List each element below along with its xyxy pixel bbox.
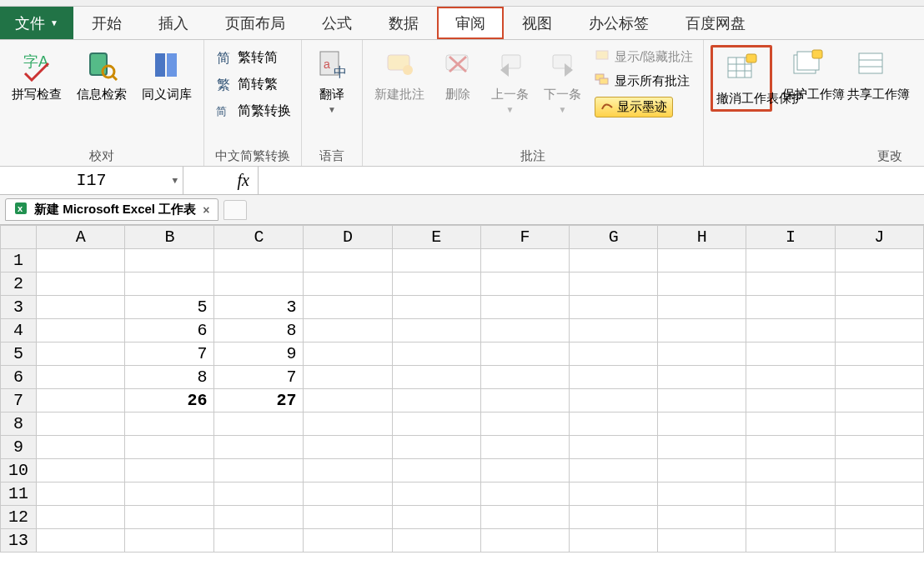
cell-I3[interactable] <box>746 296 835 319</box>
cell-C8[interactable] <box>214 412 304 436</box>
cell-F12[interactable] <box>480 506 569 529</box>
name-box[interactable]: I17 ▼ <box>0 167 183 194</box>
cell-H2[interactable] <box>658 272 746 296</box>
show-all-comments-button[interactable]: 显示所有批注 <box>591 71 696 92</box>
cell-F9[interactable] <box>480 436 569 459</box>
close-icon[interactable]: × <box>203 203 209 217</box>
cell-F6[interactable] <box>480 366 569 389</box>
cell-J2[interactable] <box>835 272 923 296</box>
cell-F10[interactable] <box>480 459 569 482</box>
new-comment-button[interactable]: 新建批注 <box>369 45 429 103</box>
new-tab-button[interactable] <box>223 200 247 220</box>
cell-D10[interactable] <box>304 459 392 482</box>
workbook-tab[interactable]: x 新建 Microsoft Excel 工作表 × <box>5 198 218 221</box>
row-header-8[interactable]: 8 <box>1 412 37 436</box>
cell-H4[interactable] <box>658 319 746 342</box>
cell-J12[interactable] <box>835 506 923 529</box>
cell-A3[interactable] <box>37 296 125 319</box>
cell-A11[interactable] <box>37 482 125 506</box>
row-header-9[interactable]: 9 <box>1 436 37 459</box>
cell-A7[interactable] <box>37 389 125 412</box>
cell-E10[interactable] <box>392 459 480 482</box>
cell-A6[interactable] <box>37 366 125 389</box>
cell-G12[interactable] <box>570 506 658 529</box>
cell-E11[interactable] <box>392 482 480 506</box>
cell-A12[interactable] <box>37 506 125 529</box>
cell-E1[interactable] <box>392 249 480 272</box>
cell-J5[interactable] <box>835 342 923 366</box>
cell-C12[interactable] <box>214 506 304 529</box>
cell-A1[interactable] <box>37 249 125 272</box>
cell-B6[interactable]: 8 <box>125 366 214 389</box>
cell-I11[interactable] <box>746 482 835 506</box>
row-header-12[interactable]: 12 <box>1 506 37 529</box>
cell-C5[interactable]: 9 <box>214 342 304 366</box>
tab-8[interactable]: 百度网盘 <box>667 7 764 39</box>
delete-comment-button[interactable]: 删除 <box>434 45 481 103</box>
tab-4[interactable]: 数据 <box>370 7 437 39</box>
cell-I4[interactable] <box>746 319 835 342</box>
cell-H7[interactable] <box>658 389 746 412</box>
cell-J9[interactable] <box>835 436 923 459</box>
cell-G4[interactable] <box>570 319 658 342</box>
cell-C9[interactable] <box>214 436 304 459</box>
cell-D3[interactable] <box>304 296 392 319</box>
cell-G7[interactable] <box>570 389 658 412</box>
cell-F3[interactable] <box>480 296 569 319</box>
cell-C4[interactable]: 8 <box>214 319 304 342</box>
cell-H13[interactable] <box>658 529 746 552</box>
col-header-F[interactable]: F <box>480 226 569 249</box>
cell-D13[interactable] <box>304 529 392 552</box>
cell-E7[interactable] <box>392 389 480 412</box>
row-header-7[interactable]: 7 <box>1 389 37 412</box>
cell-I12[interactable] <box>746 506 835 529</box>
cell-B9[interactable] <box>125 436 214 459</box>
formula-input[interactable] <box>259 167 924 194</box>
cell-B8[interactable] <box>125 412 214 436</box>
cell-J13[interactable] <box>835 529 923 552</box>
cell-F13[interactable] <box>480 529 569 552</box>
cell-J4[interactable] <box>835 319 923 342</box>
cell-D9[interactable] <box>304 436 392 459</box>
cell-C2[interactable] <box>214 272 304 296</box>
cell-E6[interactable] <box>392 366 480 389</box>
cell-D2[interactable] <box>304 272 392 296</box>
cell-E2[interactable] <box>392 272 480 296</box>
research-button[interactable]: 信息检索 <box>72 45 132 103</box>
cell-J7[interactable] <box>835 389 923 412</box>
cell-E8[interactable] <box>392 412 480 436</box>
col-header-A[interactable]: A <box>37 226 125 249</box>
cell-J6[interactable] <box>835 366 923 389</box>
cell-E5[interactable] <box>392 342 480 366</box>
col-header-C[interactable]: C <box>214 226 304 249</box>
show-ink-button[interactable]: 显示墨迹 <box>591 95 696 119</box>
file-tab[interactable]: 文件 ▼ <box>0 7 73 39</box>
show-hide-comment-button[interactable]: 显示/隐藏批注 <box>591 47 696 68</box>
cell-G10[interactable] <box>570 459 658 482</box>
trad-to-simp-button[interactable]: 简 繁转简 <box>211 47 294 68</box>
col-header-H[interactable]: H <box>658 226 746 249</box>
cell-B13[interactable] <box>125 529 214 552</box>
simp-to-trad-button[interactable]: 繁 简转繁 <box>211 73 294 95</box>
cell-I13[interactable] <box>746 529 835 552</box>
cell-I1[interactable] <box>746 249 835 272</box>
cell-G9[interactable] <box>570 436 658 459</box>
row-header-1[interactable]: 1 <box>1 249 37 272</box>
cell-D1[interactable] <box>304 249 392 272</box>
cell-F8[interactable] <box>480 412 569 436</box>
tab-3[interactable]: 公式 <box>304 7 370 39</box>
row-header-4[interactable]: 4 <box>1 319 37 342</box>
cell-A13[interactable] <box>37 529 125 552</box>
tab-7[interactable]: 办公标签 <box>570 7 667 39</box>
tab-0[interactable]: 开始 <box>73 7 140 39</box>
cell-B10[interactable] <box>125 459 214 482</box>
cell-G6[interactable] <box>570 366 658 389</box>
cell-D11[interactable] <box>304 482 392 506</box>
cell-J1[interactable] <box>835 249 923 272</box>
cell-D5[interactable] <box>304 342 392 366</box>
cell-A5[interactable] <box>37 342 125 366</box>
cell-D7[interactable] <box>304 389 392 412</box>
cell-H8[interactable] <box>658 412 746 436</box>
cell-J3[interactable] <box>835 296 923 319</box>
cell-A2[interactable] <box>37 272 125 296</box>
